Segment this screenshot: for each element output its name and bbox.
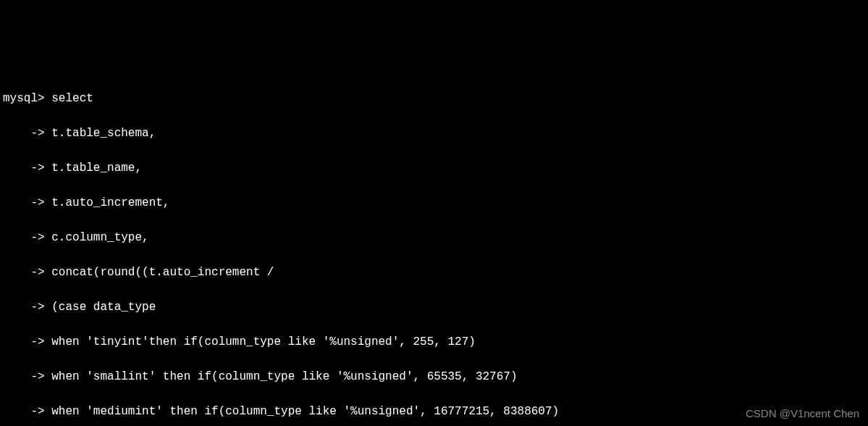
continuation-prompt: -> [3,301,51,314]
terminal-output: mysql> select -> t.table_schema, -> t.ta… [3,72,865,426]
query-line: -> concat(round((t.auto_increment / [3,264,865,281]
query-text: (case data_type [51,301,156,314]
query-text: when 'smallint' then if(column_type like… [51,370,517,383]
continuation-prompt: -> [3,127,51,140]
query-line: -> t.table_schema, [3,125,865,142]
query-text: t.table_name, [51,162,142,175]
continuation-prompt: -> [3,231,51,244]
query-text: select [51,92,93,105]
continuation-prompt: -> [3,266,51,279]
query-text: concat(round((t.auto_increment / [51,266,274,279]
continuation-prompt: -> [3,370,51,383]
query-line: -> c.column_type, [3,229,865,246]
query-text: c.column_type, [51,231,148,244]
query-line: -> t.table_name, [3,159,865,177]
query-text: t.auto_increment, [51,196,169,209]
query-line: mysql> select [3,90,865,107]
continuation-prompt: -> [3,405,51,418]
continuation-prompt: -> [3,196,51,209]
query-line: -> (case data_type [3,298,865,316]
query-text: t.table_schema, [51,127,156,140]
continuation-prompt: -> [3,162,51,175]
query-text: when 'tinyint'then if(column_type like '… [51,335,476,348]
watermark: CSDN @V1ncent Chen [746,406,859,422]
query-line: -> when 'mediumint' then if(column_type … [3,403,865,420]
continuation-prompt: -> [3,335,51,348]
query-line: -> when 'smallint' then if(column_type l… [3,368,865,385]
mysql-prompt: mysql> [3,92,51,105]
query-line: -> t.auto_increment, [3,194,865,212]
query-text: when 'mediumint' then if(column_type lik… [51,405,559,418]
query-line: -> when 'tinyint'then if(column_type lik… [3,333,865,351]
